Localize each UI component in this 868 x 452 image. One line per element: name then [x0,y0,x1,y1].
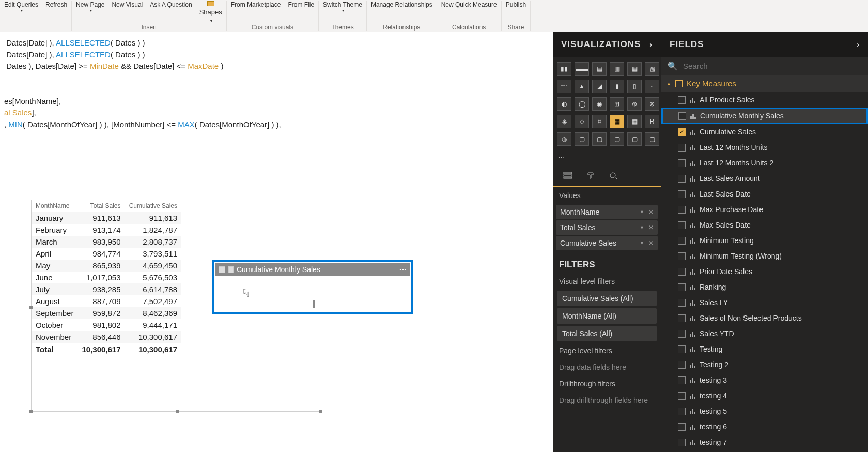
viz-type-icon[interactable]: R [645,115,659,128]
expand-pane-icon[interactable]: › [649,40,653,49]
new-page-button[interactable]: New Page▾ [76,1,104,13]
field-checkbox[interactable] [678,439,686,446]
field-item[interactable]: Last 12 Months Units 2 [661,155,868,171]
viz-type-icon[interactable]: ▢ [627,132,642,146]
viz-type-icon[interactable]: ◯ [575,97,589,111]
field-checkbox[interactable] [678,190,686,198]
viz-type-icon[interactable]: ▯ [627,80,642,93]
viz-type-icon[interactable]: ◍ [557,132,571,146]
field-checkbox[interactable]: ✓ [678,128,686,136]
viz-type-icon[interactable]: ▮▮ [557,62,571,76]
field-checkbox[interactable] [678,175,686,183]
field-item[interactable]: Sales LY [661,295,868,310]
viz-type-icon[interactable]: ▤ [592,62,607,76]
field-item[interactable]: testing 3 [661,372,868,388]
table-row[interactable]: April984,7743,793,511 [32,248,181,260]
ask-question-button[interactable]: Ask A Question [150,1,192,8]
viz-type-icon[interactable]: ◢ [592,80,607,93]
table-row[interactable]: August887,7097,502,497 [32,295,181,307]
from-file-button[interactable]: From File [288,1,314,8]
table-row[interactable]: June1,017,0535,676,503 [32,272,181,283]
field-item[interactable]: Prior Date Sales [661,264,868,279]
field-checkbox[interactable] [678,283,686,291]
viz-type-icon[interactable]: ◈ [557,115,571,128]
filter-chip[interactable]: MonthName (All) [557,308,657,324]
table-row[interactable]: March983,9502,808,737 [32,236,181,248]
field-item[interactable]: Max Purchase Date [661,202,868,217]
col-header-cumulative[interactable]: Cumulative Sales [125,200,181,212]
viz-type-icon[interactable]: ▫ [645,80,659,93]
viz-type-icon[interactable]: ▥ [610,62,624,76]
field-checkbox[interactable] [678,112,686,120]
viz-type-icon[interactable]: ◐ [557,97,571,111]
table-row[interactable]: September959,8728,462,369 [32,307,181,319]
field-item[interactable]: Minimum Testing [661,233,868,248]
edit-queries-button[interactable]: Edit Queries▾ [4,1,38,13]
field-item[interactable]: Ranking [661,279,868,295]
field-checkbox[interactable] [678,408,686,415]
well-dropdown-icon[interactable]: ▼ [640,225,644,230]
field-checkbox[interactable] [678,144,686,152]
table-row[interactable]: February913,1741,824,787 [32,224,181,236]
field-item[interactable]: Total Costs [661,450,868,452]
from-marketplace-button[interactable]: From Marketplace [231,1,281,8]
field-item[interactable]: ✓Cumulative Sales [661,124,868,140]
field-well[interactable]: Total Sales▼✕ [556,220,658,235]
card-visual-header[interactable]: Cumulative Monthly Sales ••• [215,263,410,276]
format-tab-icon[interactable] [583,169,598,182]
viz-type-icon[interactable]: ◉ [592,97,607,111]
switch-theme-button[interactable]: Switch Theme▾ [323,1,362,13]
refresh-button[interactable]: Refresh [45,1,67,8]
table-row[interactable]: November856,44610,300,617 [32,331,181,343]
field-item[interactable]: Testing [661,341,868,357]
card-more-menu-icon[interactable]: ••• [399,267,407,273]
well-remove-icon[interactable]: ✕ [648,208,654,216]
card-visual[interactable]: Cumulative Monthly Sales ••• [212,260,413,314]
field-item[interactable]: Cumulative Monthly Sales [661,108,868,124]
field-item[interactable]: testing 7 [661,434,868,450]
viz-type-icon[interactable]: ▧ [645,62,659,76]
field-checkbox[interactable] [678,392,686,400]
viz-type-icon[interactable]: ▢ [575,132,589,146]
field-item[interactable]: testing 4 [661,388,868,403]
field-item[interactable]: testing 6 [661,419,868,434]
resize-handle-icon[interactable] [29,410,33,413]
viz-type-icon[interactable]: 〰 [557,80,571,93]
field-item[interactable]: Last Sales Amount [661,171,868,186]
field-item[interactable]: All Product Sales [661,92,868,108]
expand-pane-icon[interactable]: › [857,40,860,49]
field-item[interactable]: Max Sales Date [661,217,868,233]
field-checkbox[interactable] [678,237,686,245]
viz-type-icon[interactable]: ▢ [592,132,607,146]
field-checkbox[interactable] [678,361,686,369]
field-checkbox[interactable] [678,314,686,322]
new-visual-button[interactable]: New Visual [112,1,143,8]
resize-handle-icon[interactable] [29,306,33,309]
resize-handle-icon[interactable] [176,410,179,413]
field-checkbox[interactable] [678,330,686,338]
field-item[interactable]: Sales YTD [661,326,868,341]
viz-type-icon[interactable]: ▦ [627,115,642,128]
field-checkbox[interactable] [678,376,686,384]
field-checkbox[interactable] [678,159,686,167]
field-item[interactable]: Testing 2 [661,357,868,372]
viz-type-icon[interactable]: ▦ [610,115,624,128]
viz-type-icon[interactable]: ▲ [575,80,589,93]
resize-handle-icon[interactable] [313,300,315,308]
field-item[interactable]: Last Sales Date [661,186,868,202]
well-remove-icon[interactable]: ✕ [648,224,654,231]
field-checkbox[interactable] [678,96,686,104]
field-checkbox[interactable] [678,299,686,307]
field-item[interactable]: testing 5 [661,403,868,419]
manage-relationships-button[interactable]: Manage Relationships [371,1,432,8]
resize-handle-icon[interactable] [319,410,322,413]
filter-chip[interactable]: Total Sales (All) [557,326,657,341]
well-dropdown-icon[interactable]: ▼ [640,240,644,246]
field-item[interactable]: Sales of Non Selected Products [661,310,868,326]
col-header-month[interactable]: MonthName [32,200,78,212]
field-well[interactable]: Cumulative Sales▼✕ [556,236,658,250]
viz-type-icon[interactable]: ⊞ [610,97,624,111]
col-header-total[interactable]: Total Sales [78,200,125,212]
viz-type-icon[interactable]: ⊗ [645,97,659,111]
field-checkbox[interactable] [678,423,686,431]
